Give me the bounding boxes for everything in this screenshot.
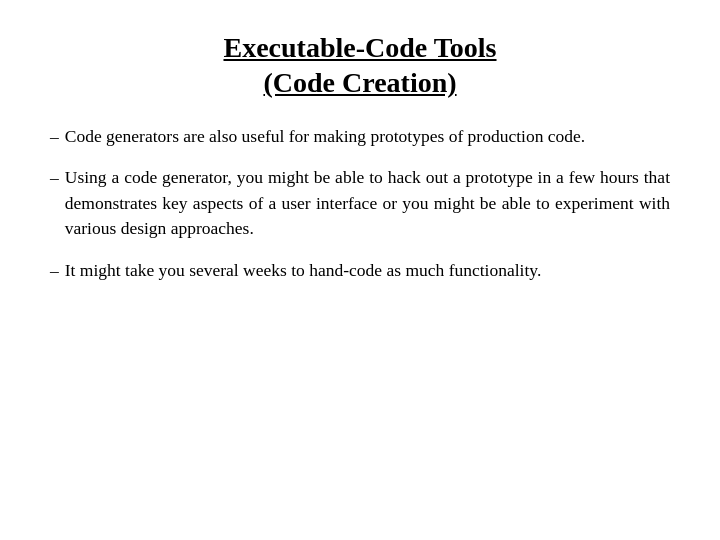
- slide-title: Executable-Code Tools (Code Creation): [50, 30, 670, 100]
- bullet-dash-3: –: [50, 258, 59, 283]
- bullet-dash-2: –: [50, 165, 59, 190]
- bullet-dash-1: –: [50, 124, 59, 149]
- bullet-item-2: – Using a code generator, you might be a…: [50, 165, 670, 241]
- bullet-text-3: It might take you several weeks to hand-…: [65, 258, 670, 283]
- bullet-item-1: – Code generators are also useful for ma…: [50, 124, 670, 149]
- title-line2: (Code Creation): [263, 67, 456, 98]
- bullet-text-2: Using a code generator, you might be abl…: [65, 165, 670, 241]
- slide-container: Executable-Code Tools (Code Creation) – …: [50, 30, 670, 299]
- title-line1: Executable-Code Tools: [223, 32, 496, 63]
- bullet-text-1: Code generators are also useful for maki…: [65, 124, 670, 149]
- bullet-item-3: – It might take you several weeks to han…: [50, 258, 670, 283]
- bullet-list: – Code generators are also useful for ma…: [50, 124, 670, 283]
